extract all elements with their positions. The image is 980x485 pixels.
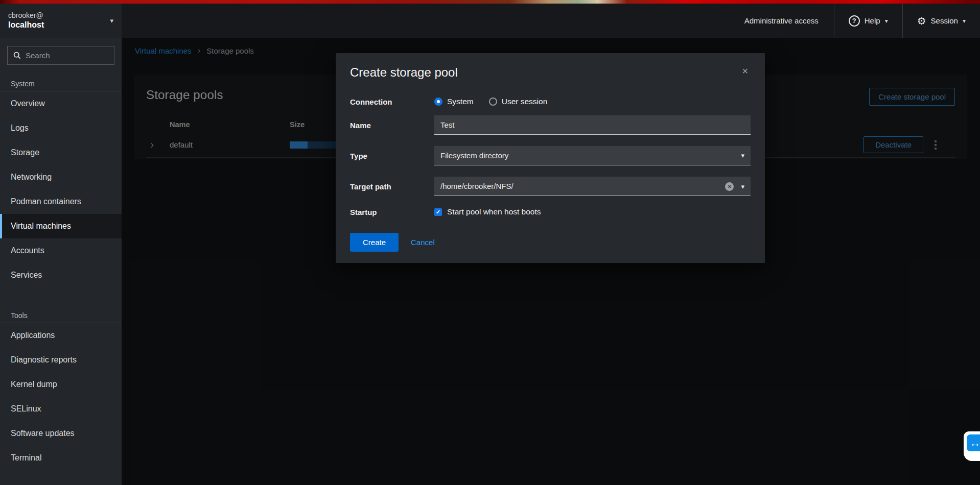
startup-checkbox-row[interactable]: ✓ Start pool when host boots bbox=[434, 207, 751, 216]
target-path-label: Target path bbox=[350, 182, 434, 191]
gear-icon: ⚙ bbox=[917, 16, 926, 26]
type-label: Type bbox=[350, 152, 434, 160]
help-icon: ? bbox=[849, 15, 860, 27]
name-label: Name bbox=[350, 121, 434, 130]
create-button[interactable]: Create bbox=[350, 233, 399, 252]
masthead-accent-stripe bbox=[0, 0, 980, 4]
sidebar-item-accounts[interactable]: Accounts bbox=[0, 238, 122, 263]
connection-option-system-label: System bbox=[447, 97, 474, 106]
sidebar-item-overview[interactable]: Overview bbox=[0, 91, 122, 116]
sidebar-item-podman-containers[interactable]: Podman containers bbox=[0, 189, 122, 214]
help-label: Help bbox=[865, 16, 880, 25]
connection-option-system[interactable]: System bbox=[434, 97, 474, 106]
chevron-down-icon: ▾ bbox=[885, 17, 888, 25]
create-storage-pool-dialog: Create storage pool ✕ Connection System … bbox=[336, 53, 765, 263]
chevron-down-icon: ▾ bbox=[110, 17, 113, 25]
chevron-down-icon: ▾ bbox=[963, 17, 966, 25]
target-path-input[interactable] bbox=[434, 177, 751, 196]
chevron-down-icon[interactable]: ▾ bbox=[741, 183, 744, 190]
sidebar-item-software-updates[interactable]: Software updates bbox=[0, 421, 122, 446]
search-input[interactable] bbox=[26, 51, 108, 60]
dialog-title: Create storage pool bbox=[350, 65, 458, 80]
sidebar-item-terminal[interactable]: Terminal bbox=[0, 446, 122, 470]
remote-support-arrows-icon: ↔ bbox=[967, 434, 980, 451]
startup-checkbox-label: Start pool when host boots bbox=[447, 207, 541, 216]
sidebar-item-applications[interactable]: Applications bbox=[0, 323, 122, 348]
sidebar-item-kernel-dump[interactable]: Kernel dump bbox=[0, 372, 122, 397]
checkbox-checked-icon[interactable]: ✓ bbox=[434, 208, 442, 216]
nav-group-system: System bbox=[0, 76, 122, 91]
sidebar: System Overview Logs Storage Networking … bbox=[0, 38, 122, 485]
search-icon bbox=[13, 52, 21, 59]
sidebar-item-logs[interactable]: Logs bbox=[0, 116, 122, 140]
session-menu[interactable]: ⚙ Session ▾ bbox=[903, 4, 980, 38]
clear-input-icon[interactable]: ✕ bbox=[725, 182, 734, 191]
connection-option-user-session[interactable]: User session bbox=[489, 97, 548, 106]
pool-name-input[interactable] bbox=[434, 115, 751, 135]
sidebar-item-services[interactable]: Services bbox=[0, 263, 122, 287]
cancel-button[interactable]: Cancel bbox=[411, 238, 435, 247]
pool-type-value: Filesystem directory bbox=[440, 151, 508, 160]
sidebar-search[interactable] bbox=[7, 46, 114, 65]
remote-support-badge[interactable]: ↔ bbox=[964, 431, 980, 461]
masthead: cbrooker@ localhost ▾ Administrative acc… bbox=[0, 4, 980, 38]
pool-type-select[interactable]: Filesystem directory ▾ bbox=[434, 146, 751, 165]
session-label: Session bbox=[931, 16, 958, 25]
sidebar-item-virtual-machines[interactable]: Virtual machines bbox=[0, 214, 122, 238]
sidebar-item-selinux[interactable]: SELinux bbox=[0, 397, 122, 421]
connection-option-user-session-label: User session bbox=[502, 97, 548, 106]
startup-label: Startup bbox=[350, 208, 434, 216]
help-menu[interactable]: ? Help ▾ bbox=[834, 4, 902, 38]
close-icon[interactable]: ✕ bbox=[740, 65, 751, 78]
administrative-access-button[interactable]: Administrative access bbox=[729, 16, 834, 25]
connection-label: Connection bbox=[350, 98, 434, 106]
radio-unselected-icon[interactable] bbox=[489, 98, 497, 106]
radio-selected-icon[interactable] bbox=[434, 98, 442, 106]
host-switcher[interactable]: cbrooker@ localhost ▾ bbox=[0, 4, 122, 38]
chevron-down-icon: ▾ bbox=[741, 152, 744, 159]
nav-group-tools: Tools bbox=[0, 308, 122, 323]
hostname: localhost bbox=[8, 20, 44, 30]
sidebar-item-diagnostic-reports[interactable]: Diagnostic reports bbox=[0, 348, 122, 372]
sidebar-item-networking[interactable]: Networking bbox=[0, 165, 122, 189]
sidebar-item-storage[interactable]: Storage bbox=[0, 140, 122, 165]
logged-in-user: cbrooker@ bbox=[8, 11, 44, 20]
